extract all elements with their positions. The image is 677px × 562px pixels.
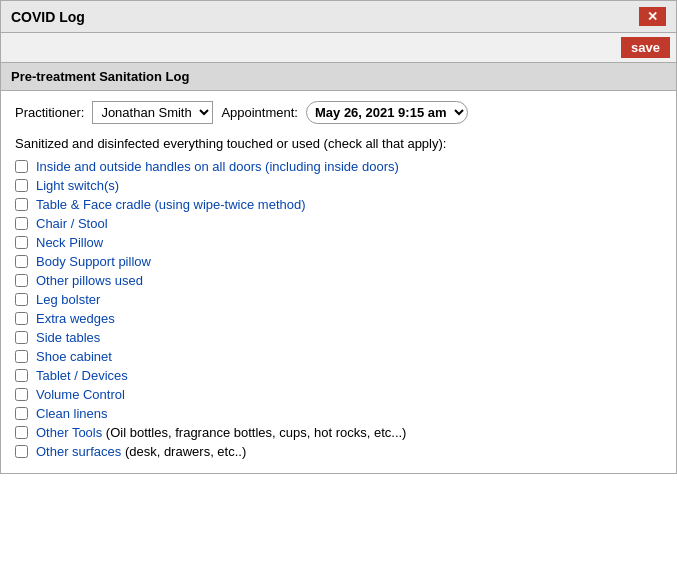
list-item: Inside and outside handles on all doors … — [15, 159, 662, 174]
practitioner-row: Practitioner: Jonathan Smith Appointment… — [15, 101, 662, 124]
checklist-item-text: Table & Face cradle (using wipe-twice me… — [36, 197, 306, 212]
checklist-checkbox-item4[interactable] — [15, 217, 28, 230]
practitioner-label: Practitioner: — [15, 105, 84, 120]
checklist-item-text: Extra wedges — [36, 311, 115, 326]
checklist-checkbox-item10[interactable] — [15, 331, 28, 344]
checklist-item-text: Inside and outside handles on all doors … — [36, 159, 399, 174]
checklist-checkbox-item1[interactable] — [15, 160, 28, 173]
checklist-checkbox-item8[interactable] — [15, 293, 28, 306]
checklist-item-text: Tablet / Devices — [36, 368, 128, 383]
checklist-item-text: Leg bolster — [36, 292, 100, 307]
checklist-item-text: Light switch(s) — [36, 178, 119, 193]
list-item: Table & Face cradle (using wipe-twice me… — [15, 197, 662, 212]
list-item: Other Tools (Oil bottles, fragrance bott… — [15, 425, 662, 440]
checklist-item-text: Other surfaces (desk, drawers, etc..) — [36, 444, 246, 459]
checklist-checkbox-item13[interactable] — [15, 388, 28, 401]
list-item: Other surfaces (desk, drawers, etc..) — [15, 444, 662, 459]
checklist-checkbox-item14[interactable] — [15, 407, 28, 420]
checklist-checkbox-item9[interactable] — [15, 312, 28, 325]
list-item: Clean linens — [15, 406, 662, 421]
appointment-label: Appointment: — [221, 105, 298, 120]
list-item: Body Support pillow — [15, 254, 662, 269]
list-item: Shoe cabinet — [15, 349, 662, 364]
checklist: Inside and outside handles on all doors … — [15, 159, 662, 459]
checklist-item-text: Clean linens — [36, 406, 108, 421]
list-item: Neck Pillow — [15, 235, 662, 250]
checklist-checkbox-item6[interactable] — [15, 255, 28, 268]
checklist-checkbox-item5[interactable] — [15, 236, 28, 249]
checklist-checkbox-item2[interactable] — [15, 179, 28, 192]
save-button[interactable]: save — [621, 37, 670, 58]
checklist-checkbox-item11[interactable] — [15, 350, 28, 363]
list-item: Light switch(s) — [15, 178, 662, 193]
checklist-item-text: Side tables — [36, 330, 100, 345]
section-header: Pre-treatment Sanitation Log — [0, 63, 677, 91]
list-item: Volume Control — [15, 387, 662, 402]
practitioner-select[interactable]: Jonathan Smith — [92, 101, 213, 124]
checklist-checkbox-item12[interactable] — [15, 369, 28, 382]
toolbar: save — [0, 33, 677, 63]
window-title: COVID Log — [11, 9, 85, 25]
checklist-item-text: Neck Pillow — [36, 235, 103, 250]
checklist-checkbox-item3[interactable] — [15, 198, 28, 211]
checklist-item-text: Volume Control — [36, 387, 125, 402]
list-item: Extra wedges — [15, 311, 662, 326]
checklist-checkbox-item16[interactable] — [15, 445, 28, 458]
list-item: Leg bolster — [15, 292, 662, 307]
checklist-item-text: Body Support pillow — [36, 254, 151, 269]
checklist-item-text: Other pillows used — [36, 273, 143, 288]
list-item: Side tables — [15, 330, 662, 345]
appointment-select[interactable]: May 26, 2021 9:15 am — [306, 101, 468, 124]
title-bar: COVID Log ✕ — [0, 0, 677, 33]
sanitize-description: Sanitized and disinfected everything tou… — [15, 136, 662, 151]
checklist-checkbox-item7[interactable] — [15, 274, 28, 287]
checklist-item-text: Other Tools (Oil bottles, fragrance bott… — [36, 425, 406, 440]
list-item: Tablet / Devices — [15, 368, 662, 383]
close-button[interactable]: ✕ — [639, 7, 666, 26]
content-area: Practitioner: Jonathan Smith Appointment… — [0, 91, 677, 474]
checklist-checkbox-item15[interactable] — [15, 426, 28, 439]
list-item: Chair / Stool — [15, 216, 662, 231]
checklist-item-text: Shoe cabinet — [36, 349, 112, 364]
checklist-item-text: Chair / Stool — [36, 216, 108, 231]
list-item: Other pillows used — [15, 273, 662, 288]
